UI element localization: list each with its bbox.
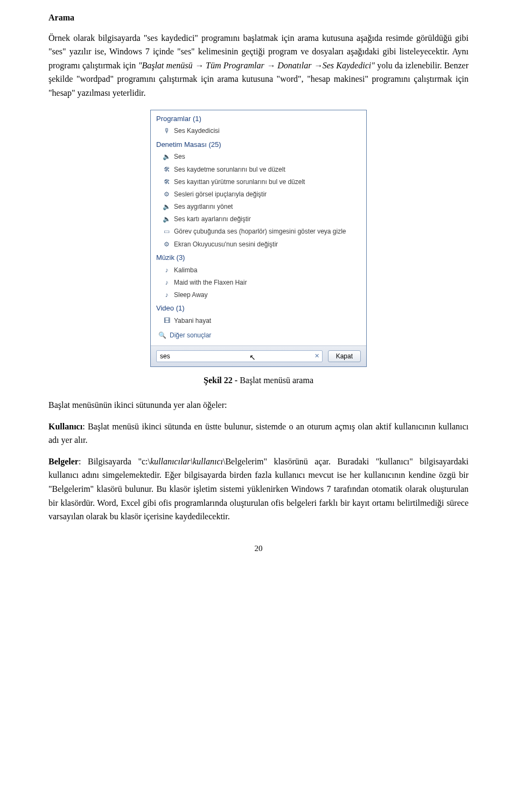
gear-icon: ⚙ [163, 190, 171, 199]
result-ses-kaydetme-sorun[interactable]: 🛠 Ses kaydetme sorunlarını bul ve düzelt [151, 164, 366, 176]
gear-icon: ⚙ [163, 241, 171, 249]
app-icon: 🎙 [163, 127, 171, 135]
result-label: Ses Kaydedicisi [174, 126, 220, 136]
result-gorev-cubugu-ses[interactable]: ▭ Görev çubuğunda ses (hoparlör) simgesi… [151, 225, 366, 238]
result-label: Ses kartı ayarlarını değiştir [174, 214, 251, 224]
figure-caption: Şekil 22 - Başlat menüsü arama [48, 373, 469, 387]
startmenu-bottom-bar: ✕ ↖ Kapat [151, 346, 366, 366]
group-video-label: Video (1) [151, 301, 366, 315]
group-music-label: Müzik (3) [151, 251, 366, 264]
p2b-rest: : Başlat menüsü ikinci sütunda en üstte … [48, 422, 469, 445]
speaker-icon: 🔈 [163, 153, 171, 161]
figure-startmenu: Programlar (1) 🎙 Ses Kaydedicisi Denetim… [48, 110, 469, 368]
p2b-bold: Kullanıcı [48, 422, 82, 431]
p1-italic: "Başlat menüsü → Tüm Programlar → Donatı… [138, 61, 375, 70]
music-icon: ♪ [163, 291, 171, 299]
speaker-icon: 🔈 [163, 215, 171, 223]
result-kalimba[interactable]: ♪ Kalimba [151, 264, 366, 277]
result-label: Sleep Away [174, 290, 208, 300]
result-ekran-okuyucu[interactable]: ⚙ Ekran Okuyucusu'nun sesini değiştir [151, 238, 366, 251]
more-results[interactable]: 🔍 Diğer sonuçlar [151, 327, 366, 344]
result-label: Sesleri görsel ipuçlarıyla değiştir [174, 189, 267, 200]
speaker-icon: 🔈 [163, 203, 171, 211]
startmenu-panel: Programlar (1) 🎙 Ses Kaydedicisi Denetim… [150, 110, 367, 368]
result-maid-flaxen[interactable]: ♪ Maid with the Flaxen Hair [151, 277, 366, 289]
music-icon: ♪ [163, 266, 171, 274]
search-icon: 🔍 [158, 331, 166, 340]
video-icon: 🎞 [163, 317, 171, 325]
result-label: Ekran Okuyucusu'nun sesini değiştir [174, 239, 278, 250]
search-input[interactable] [156, 350, 323, 362]
troubleshoot-icon: 🛠 [163, 178, 171, 186]
group-programs-label: Programlar (1) [151, 112, 366, 125]
more-results-label: Diğer sonuçlar [170, 330, 211, 341]
caption-bold: Şekil 22 - [204, 376, 237, 385]
paragraph-1: Örnek olarak bilgisayarda "ses kaydedici… [48, 31, 469, 100]
result-label: Kalimba [174, 265, 197, 276]
result-sleep-away[interactable]: ♪ Sleep Away [151, 289, 366, 301]
search-box-wrap: ✕ ↖ [156, 350, 323, 362]
paragraph-3: Belgeler: Bilgisayarda "c:\kullanıcılar\… [48, 455, 469, 524]
result-ses-yurutume-sorun[interactable]: 🛠 Ses kayıttan yürütme sorunlarını bul v… [151, 176, 366, 188]
taskbar-icon: ▭ [163, 228, 171, 236]
section-heading: Arama [48, 11, 469, 25]
p3-a: : Bilgisayarda "c:\ [79, 457, 150, 466]
result-ses-karti[interactable]: 🔈 Ses kartı ayarlarını değiştir [151, 213, 366, 225]
result-label: Maid with the Flaxen Hair [174, 278, 247, 288]
group-control-panel-label: Denetim Masası (25) [151, 138, 366, 151]
p3-b: \Belgelerim" klasörünü açar. Buradaki "k… [48, 457, 469, 521]
startmenu-results: Programlar (1) 🎙 Ses Kaydedicisi Denetim… [151, 110, 366, 347]
result-label: Ses aygıtlarını yönet [174, 202, 233, 212]
result-label: Yabani hayat [174, 316, 211, 326]
p3-bold: Belgeler [48, 457, 79, 466]
result-sesler-gorsel[interactable]: ⚙ Sesleri görsel ipuçlarıyla değiştir [151, 188, 366, 201]
paragraph-2a: Başlat menüsünün ikinci sütununda yer al… [48, 398, 469, 412]
paragraph-2b: Kullanıcı: Başlat menüsü ikinci sütunda … [48, 420, 469, 447]
result-label: Ses [174, 152, 185, 162]
clear-icon[interactable]: ✕ [315, 352, 319, 362]
music-icon: ♪ [163, 279, 171, 287]
result-yabani-hayat[interactable]: 🎞 Yabani hayat [151, 315, 366, 327]
caption-rest: Başlat menüsü arama [237, 376, 313, 385]
result-label: Görev çubuğunda ses (hoparlör) simgesini… [174, 227, 346, 237]
result-label: Ses kayıttan yürütme sorunlarını bul ve … [174, 177, 305, 187]
troubleshoot-icon: 🛠 [163, 166, 171, 174]
result-ses[interactable]: 🔈 Ses [151, 151, 366, 163]
page-number: 20 [48, 542, 469, 555]
p3-italic: kullanıcılar\kullanıcı [150, 457, 223, 466]
result-ses-kaydedicisi[interactable]: 🎙 Ses Kaydedicisi [151, 125, 366, 137]
result-label: Ses kaydetme sorunlarını bul ve düzelt [174, 165, 285, 175]
result-ses-aygitlari[interactable]: 🔈 Ses aygıtlarını yönet [151, 201, 366, 213]
close-button[interactable]: Kapat [328, 350, 361, 362]
